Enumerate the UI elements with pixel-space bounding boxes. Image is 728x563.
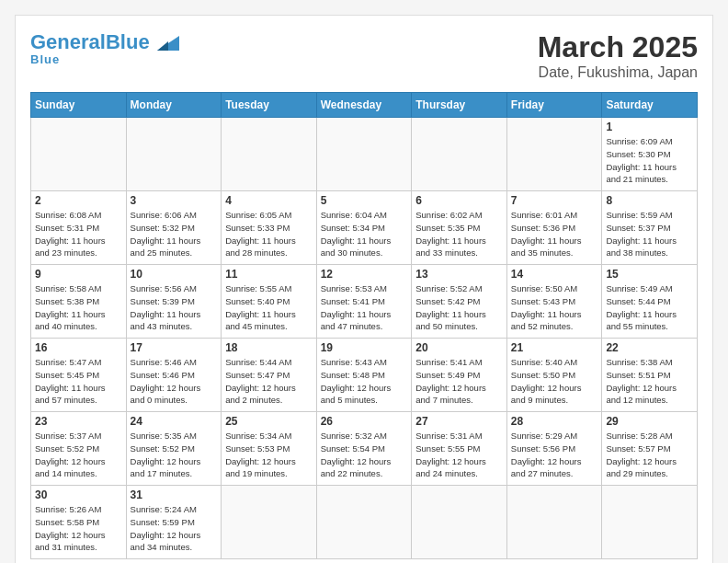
day-info: Sunrise: 5:24 AM Sunset: 5:59 PM Dayligh… [131, 503, 218, 554]
day-info: Sunrise: 5:35 AM Sunset: 5:52 PM Dayligh… [131, 430, 218, 480]
day-info: Sunrise: 5:56 AM Sunset: 5:39 PM Dayligh… [131, 282, 218, 333]
calendar-cell [506, 118, 602, 191]
logo-general: General [30, 30, 106, 53]
day-number: 10 [131, 268, 218, 281]
calendar-cell: 26Sunrise: 5:32 AM Sunset: 5:54 PM Dayli… [316, 412, 412, 486]
day-info: Sunrise: 5:55 AM Sunset: 5:40 PM Dayligh… [225, 282, 313, 333]
calendar-cell: 24Sunrise: 5:35 AM Sunset: 5:52 PM Dayli… [126, 412, 222, 486]
day-number: 20 [415, 341, 503, 354]
logo: GeneralBlue Blue [30, 30, 179, 66]
calendar-cell: 1Sunrise: 6:09 AM Sunset: 5:30 PM Daylig… [602, 118, 698, 191]
day-number: 27 [415, 415, 503, 428]
day-info: Sunrise: 5:32 AM Sunset: 5:54 PM Dayligh… [321, 430, 408, 480]
day-number: 21 [511, 341, 598, 354]
calendar-cell: 28Sunrise: 5:29 AM Sunset: 5:56 PM Dayli… [506, 412, 602, 486]
calendar-cell [602, 486, 698, 559]
day-info: Sunrise: 6:04 AM Sunset: 5:34 PM Dayligh… [321, 209, 408, 259]
logo-icon [154, 29, 179, 54]
calendar-cell: 5Sunrise: 6:04 AM Sunset: 5:34 PM Daylig… [316, 191, 412, 265]
calendar-cell: 23Sunrise: 5:37 AM Sunset: 5:52 PM Dayli… [31, 412, 127, 486]
calendar-cell [412, 118, 507, 191]
day-info: Sunrise: 5:44 AM Sunset: 5:47 PM Dayligh… [225, 356, 313, 407]
calendar-cell [222, 486, 317, 559]
calendar-cell [126, 118, 222, 191]
calendar-cell: 27Sunrise: 5:31 AM Sunset: 5:55 PM Dayli… [412, 412, 507, 486]
day-number: 29 [606, 415, 693, 428]
day-info: Sunrise: 6:06 AM Sunset: 5:32 PM Dayligh… [131, 209, 218, 259]
calendar-cell: 25Sunrise: 5:34 AM Sunset: 5:53 PM Dayli… [222, 412, 317, 486]
day-number: 11 [225, 268, 313, 281]
calendar-week-3: 16Sunrise: 5:47 AM Sunset: 5:45 PM Dayli… [31, 339, 698, 412]
day-header-thursday: Thursday [412, 93, 507, 118]
calendar-cell: 31Sunrise: 5:24 AM Sunset: 5:59 PM Dayli… [126, 486, 222, 559]
day-info: Sunrise: 5:58 AM Sunset: 5:38 PM Dayligh… [35, 282, 122, 333]
calendar-cell: 11Sunrise: 5:55 AM Sunset: 5:40 PM Dayli… [222, 265, 317, 339]
calendar-cell: 12Sunrise: 5:53 AM Sunset: 5:41 PM Dayli… [316, 265, 412, 339]
calendar-week-4: 23Sunrise: 5:37 AM Sunset: 5:52 PM Dayli… [31, 412, 698, 486]
calendar-cell: 3Sunrise: 6:06 AM Sunset: 5:32 PM Daylig… [126, 191, 222, 265]
calendar-week-0: 1Sunrise: 6:09 AM Sunset: 5:30 PM Daylig… [31, 118, 698, 191]
page: GeneralBlue Blue March 2025 Date, Fukush… [15, 15, 713, 563]
day-number: 3 [131, 194, 218, 207]
day-header-monday: Monday [126, 93, 222, 118]
calendar-cell: 10Sunrise: 5:56 AM Sunset: 5:39 PM Dayli… [126, 265, 222, 339]
logo-text: GeneralBlue [30, 32, 150, 52]
day-number: 26 [321, 415, 408, 428]
day-info: Sunrise: 5:38 AM Sunset: 5:51 PM Dayligh… [606, 356, 693, 407]
day-info: Sunrise: 5:37 AM Sunset: 5:52 PM Dayligh… [35, 430, 122, 480]
day-info: Sunrise: 5:28 AM Sunset: 5:57 PM Dayligh… [606, 430, 693, 480]
day-number: 22 [606, 341, 693, 354]
day-info: Sunrise: 5:41 AM Sunset: 5:49 PM Dayligh… [415, 356, 503, 407]
calendar-cell: 30Sunrise: 5:26 AM Sunset: 5:58 PM Dayli… [31, 486, 127, 559]
calendar-cell: 20Sunrise: 5:41 AM Sunset: 5:49 PM Dayli… [412, 339, 507, 412]
logo-subtitle: Blue [30, 52, 60, 66]
day-info: Sunrise: 5:49 AM Sunset: 5:44 PM Dayligh… [606, 282, 693, 333]
calendar-cell: 4Sunrise: 6:05 AM Sunset: 5:33 PM Daylig… [222, 191, 317, 265]
calendar-cell [222, 118, 317, 191]
day-number: 23 [35, 415, 122, 428]
calendar-cell: 8Sunrise: 5:59 AM Sunset: 5:37 PM Daylig… [602, 191, 698, 265]
calendar-cell: 21Sunrise: 5:40 AM Sunset: 5:50 PM Dayli… [506, 339, 602, 412]
day-number: 17 [131, 341, 218, 354]
day-info: Sunrise: 5:31 AM Sunset: 5:55 PM Dayligh… [415, 430, 503, 480]
calendar-table: SundayMondayTuesdayWednesdayThursdayFrid… [30, 92, 698, 559]
calendar-cell: 16Sunrise: 5:47 AM Sunset: 5:45 PM Dayli… [31, 339, 127, 412]
day-number: 6 [415, 194, 503, 207]
day-number: 8 [606, 194, 693, 207]
day-info: Sunrise: 5:29 AM Sunset: 5:56 PM Dayligh… [511, 430, 598, 480]
day-info: Sunrise: 6:01 AM Sunset: 5:36 PM Dayligh… [511, 209, 598, 259]
calendar-cell: 6Sunrise: 6:02 AM Sunset: 5:35 PM Daylig… [412, 191, 507, 265]
calendar-title: March 2025 [538, 30, 698, 64]
calendar-cell [506, 486, 602, 559]
day-number: 15 [606, 268, 693, 281]
day-number: 5 [321, 194, 408, 207]
calendar-cell: 14Sunrise: 5:50 AM Sunset: 5:43 PM Dayli… [506, 265, 602, 339]
calendar-cell: 9Sunrise: 5:58 AM Sunset: 5:38 PM Daylig… [31, 265, 127, 339]
day-info: Sunrise: 5:52 AM Sunset: 5:42 PM Dayligh… [415, 282, 503, 333]
calendar-cell: 29Sunrise: 5:28 AM Sunset: 5:57 PM Dayli… [602, 412, 698, 486]
calendar-cell: 2Sunrise: 6:08 AM Sunset: 5:31 PM Daylig… [31, 191, 127, 265]
day-number: 4 [225, 194, 313, 207]
calendar-week-1: 2Sunrise: 6:08 AM Sunset: 5:31 PM Daylig… [31, 191, 698, 265]
calendar-cell [316, 486, 412, 559]
day-number: 31 [131, 488, 218, 501]
day-info: Sunrise: 5:34 AM Sunset: 5:53 PM Dayligh… [225, 430, 313, 480]
day-header-tuesday: Tuesday [222, 93, 317, 118]
day-header-friday: Friday [506, 93, 602, 118]
day-number: 1 [606, 121, 693, 133]
day-number: 2 [35, 194, 122, 207]
calendar-subtitle: Date, Fukushima, Japan [538, 64, 698, 81]
day-info: Sunrise: 6:08 AM Sunset: 5:31 PM Dayligh… [35, 209, 122, 259]
calendar-header-row: SundayMondayTuesdayWednesdayThursdayFrid… [31, 93, 698, 118]
day-info: Sunrise: 5:26 AM Sunset: 5:58 PM Dayligh… [35, 503, 122, 554]
day-header-saturday: Saturday [602, 93, 698, 118]
day-info: Sunrise: 5:53 AM Sunset: 5:41 PM Dayligh… [321, 282, 408, 333]
calendar-cell: 22Sunrise: 5:38 AM Sunset: 5:51 PM Dayli… [602, 339, 698, 412]
day-info: Sunrise: 5:59 AM Sunset: 5:37 PM Dayligh… [606, 209, 693, 259]
calendar-cell: 18Sunrise: 5:44 AM Sunset: 5:47 PM Dayli… [222, 339, 317, 412]
calendar-cell [316, 118, 412, 191]
calendar-week-5: 30Sunrise: 5:26 AM Sunset: 5:58 PM Dayli… [31, 486, 698, 559]
header: GeneralBlue Blue March 2025 Date, Fukush… [30, 30, 698, 81]
calendar-cell: 17Sunrise: 5:46 AM Sunset: 5:46 PM Dayli… [126, 339, 222, 412]
day-info: Sunrise: 5:46 AM Sunset: 5:46 PM Dayligh… [131, 356, 218, 407]
